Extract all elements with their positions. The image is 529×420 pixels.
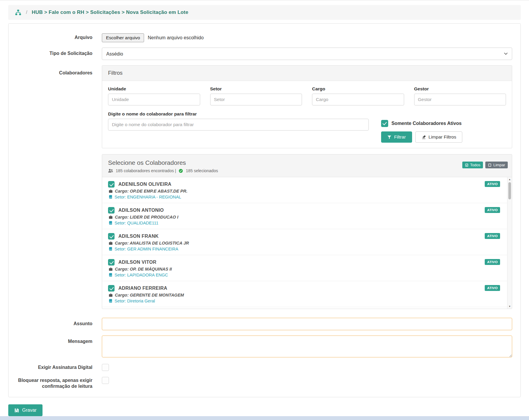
list-item[interactable]: ADENILSON OLIVEIRA Cargo: OP.DE EMP.E AB… [102, 177, 507, 203]
name-filter-row: Digite o nome do colaborador para filtra… [108, 111, 506, 143]
exigir-assinatura-checkbox[interactable] [102, 364, 109, 371]
tipo-solicitacao-select-wrap: Assédio [102, 48, 512, 60]
page-footer-strip [0, 416, 529, 420]
setor-input[interactable] [210, 94, 302, 105]
briefcase-icon [109, 267, 113, 271]
unidade-label: Unidade [108, 86, 200, 92]
book-icon [109, 247, 112, 251]
selecionados-text: 185 selecionados [186, 168, 218, 173]
filter-field-setor: Setor [210, 86, 302, 105]
filter-icon [387, 135, 391, 139]
selecao-row: Selecione os Colaboradores 185 colaborad… [13, 154, 516, 309]
briefcase-icon [109, 215, 113, 219]
book-icon [109, 195, 112, 199]
colaborador-checkbox[interactable] [108, 285, 115, 292]
users-icon [108, 169, 113, 173]
breadcrumb-bar: / HUB > Fale com o RH > Solicitações > N… [8, 5, 521, 20]
square-icon [488, 163, 492, 167]
list-item[interactable]: ADILSON ANTONIO Cargo: LIDER DE PRODUCAO… [102, 203, 507, 229]
save-icon [14, 408, 19, 413]
filtrar-button[interactable]: Filtrar [381, 131, 412, 143]
colaborador-cargo: Cargo: OP. DE MÁQUINAS II [115, 267, 172, 271]
colaborador-setor: Setor: LAPIDADORA ENGC [115, 273, 168, 277]
colaborador-name: ADILSON ANTONIO [118, 208, 164, 213]
arquivo-row: Arquivo Escolher arquivo Nenhum arquivo … [13, 32, 516, 42]
assunto-input[interactable] [102, 318, 512, 330]
colaborador-checkbox[interactable] [108, 233, 115, 240]
colaborador-list-wrap: ADENILSON OLIVEIRA Cargo: OP.DE EMP.E AB… [102, 177, 512, 309]
colaborador-cargo: Cargo: OP.DE EMP.E ABAST.DE PR. [115, 189, 187, 193]
name-filter-input[interactable] [108, 119, 369, 131]
breadcrumb[interactable]: HUB > Fale com o RH > Solicitações > Nov… [32, 9, 188, 15]
list-spacer [102, 307, 507, 309]
assunto-row: Assunto [13, 318, 516, 330]
gravar-button[interactable]: Gravar [8, 404, 43, 416]
unidade-input[interactable] [108, 94, 200, 105]
gestor-label: Gestor [414, 86, 506, 92]
colaborador-cargo: Cargo: LIDER DE PRODUCAO I [115, 215, 178, 219]
list-item[interactable]: ADILSON FRANK Cargo: ANALISTA DE LOGISTI… [102, 229, 507, 255]
assunto-label: Assunto [13, 318, 102, 330]
cargo-label: Cargo [312, 86, 404, 92]
list-item[interactable]: ADRIANO FERREIRA Cargo: GERENTE DE MONTA… [102, 281, 507, 307]
filter-buttons-row: Filtrar Limpar Filtros [381, 131, 506, 143]
tipo-solicitacao-label: Tipo de Solicitação [13, 48, 102, 60]
somente-ativos-checkbox[interactable] [381, 120, 388, 127]
briefcase-icon [109, 189, 113, 193]
bloquear-resposta-checkbox[interactable] [102, 377, 109, 384]
selecao-actions: Todos Limpar [462, 162, 508, 168]
somente-ativos-row: Somente Colaboradores Ativos [381, 120, 506, 127]
colaboradores-row: Colaboradores Filtros Unidade Setor [13, 65, 516, 148]
colaborador-checkbox[interactable] [108, 207, 115, 214]
briefcase-icon [109, 293, 113, 297]
scrollbar[interactable]: ▲ ▼ [507, 177, 512, 309]
colaborador-name: ADRIANO FERREIRA [118, 286, 167, 291]
setor-label: Setor [210, 86, 302, 92]
status-badge: ATIVO [485, 207, 500, 213]
colaborador-list[interactable]: ADENILSON OLIVEIRA Cargo: OP.DE EMP.E AB… [102, 177, 512, 309]
choose-file-button[interactable]: Escolher arquivo [102, 33, 144, 42]
colaboradores-label: Colaboradores [13, 65, 102, 148]
cargo-input[interactable] [312, 94, 404, 105]
selecao-title: Selecione os Colaboradores [108, 159, 506, 166]
colaborador-setor: Setor: GER ADMIN FINANCEIRA [115, 247, 178, 251]
mensagem-label: Mensagem [13, 336, 102, 359]
breadcrumb-separator: / [26, 10, 27, 15]
colaborador-checkbox[interactable] [108, 181, 115, 188]
colaborador-cargo: Cargo: ANALISTA DE LOGISTICA JR [115, 241, 189, 245]
mensagem-textarea[interactable] [102, 336, 512, 357]
bloquear-resposta-label: Bloquear resposta, apenas exigir confirm… [13, 377, 102, 389]
sitemap-icon [15, 9, 22, 16]
colaborador-cargo: Cargo: GERENTE DE MONTAGEM [115, 293, 184, 297]
name-filter-label: Digite o nome do colaborador para filtra… [108, 111, 369, 117]
filtros-panel-title: Filtros [102, 66, 512, 81]
filter-grid: Unidade Setor Cargo Gestor [108, 86, 506, 105]
status-badge: ATIVO [485, 259, 500, 265]
scroll-up-icon[interactable]: ▲ [507, 177, 512, 182]
colaborador-setor: Setor: Diretoria Geral [115, 299, 155, 303]
limpar-filtros-button[interactable]: Limpar Filtros [415, 131, 463, 143]
colaborador-checkbox[interactable] [108, 259, 115, 266]
briefcase-icon [109, 241, 113, 245]
todos-button[interactable]: Todos [462, 162, 483, 168]
somente-ativos-label: Somente Colaboradores Ativos [391, 121, 462, 126]
list-item[interactable]: ADILSON VITOR Cargo: OP. DE MÁQUINAS II … [102, 255, 507, 281]
colaborador-setor: Setor: QUALIDADE111 [115, 221, 159, 225]
colaborador-name: ADILSON FRANK [118, 234, 159, 239]
arquivo-label: Arquivo [13, 32, 102, 42]
scroll-down-icon[interactable]: ▼ [507, 304, 512, 309]
status-badge: ATIVO [485, 233, 500, 239]
selecao-panel: Selecione os Colaboradores 185 colaborad… [102, 154, 512, 309]
limpar-selecao-button[interactable]: Limpar [485, 162, 508, 168]
filter-field-gestor: Gestor [414, 86, 506, 105]
scrollbar-thumb[interactable] [508, 182, 511, 199]
colaborador-name: ADILSON VITOR [118, 260, 156, 265]
status-badge: ATIVO [485, 181, 500, 187]
tipo-solicitacao-select[interactable]: Assédio [102, 48, 512, 60]
check-square-icon [465, 163, 468, 167]
selecao-counts: 185 colaboradores encontrados | 185 sele… [108, 168, 506, 173]
filter-actions-column: Somente Colaboradores Ativos Filtrar [381, 111, 506, 143]
gestor-input[interactable] [414, 94, 506, 105]
filtros-panel: Filtros Unidade Setor Cargo [102, 65, 512, 148]
exigir-assinatura-label: Exigir Assinatura Digital [13, 364, 102, 372]
